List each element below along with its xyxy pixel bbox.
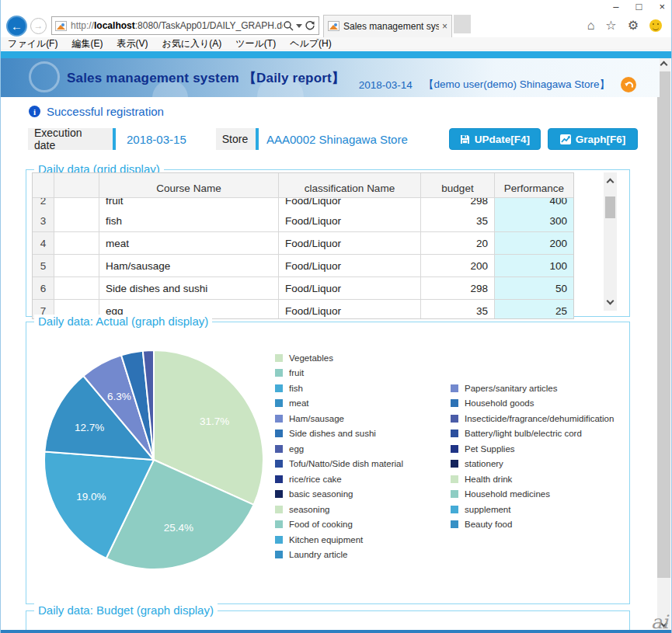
tab-favicon-icon: [328, 21, 339, 31]
table-row[interactable]: 5Ham/sausageFood/Liquor200100: [33, 255, 573, 277]
menu-tools[interactable]: ツール(T): [228, 37, 283, 50]
legend-swatch-icon: [275, 399, 283, 407]
minimize-button[interactable]: –: [613, 0, 618, 14]
legend-item: Side dishes and sushi: [275, 426, 403, 442]
menu-help[interactable]: ヘルプ(H): [283, 37, 339, 50]
legend-swatch-icon: [275, 430, 283, 437]
navigation-bar: ← → http://localhost:8080/TaskApp01/DAIL…: [1, 14, 671, 37]
feedback-smiley-icon[interactable]: [649, 19, 662, 32]
actual-pie-chart: 31.7%25.4%19.0%12.7%6.3%: [30, 343, 278, 592]
pie-legend-column-1: VegetablesfruitfishmeatHam/sausageSide d…: [275, 350, 403, 562]
store-value: AAA0002 Shinagawa Store: [266, 128, 408, 150]
info-icon: i: [29, 106, 40, 117]
decorative-ring: [29, 61, 60, 92]
tab-title: Sales management system -...: [343, 21, 439, 32]
legend-swatch-icon: [451, 399, 458, 407]
table-row[interactable]: 6Side dishes and sushiFood/Liquor29850: [33, 277, 573, 300]
legend-swatch-icon: [275, 506, 283, 513]
menu-favorites[interactable]: お気に入り(A): [155, 37, 228, 50]
legend-item: fruit: [275, 366, 403, 381]
refresh-icon[interactable]: [305, 20, 315, 31]
pie-slice-label: 6.3%: [107, 391, 131, 402]
table-row[interactable]: 3fishFood/Liquor35300: [33, 210, 573, 232]
pie-slice-label: 12.7%: [75, 422, 104, 433]
table-cell: 400: [495, 198, 573, 210]
legend-swatch-icon: [275, 475, 283, 483]
menu-edit[interactable]: 編集(E): [64, 37, 110, 50]
legend-label: Beauty food: [465, 520, 512, 529]
store-label: Store: [216, 128, 259, 150]
tab-close-icon[interactable]: ×: [442, 21, 447, 32]
table-cell: fruit: [99, 198, 279, 210]
execution-date-field[interactable]: 2018-03-15: [127, 128, 186, 150]
update-button[interactable]: UPdate[F4]: [449, 128, 541, 150]
table-cell: 2: [33, 198, 54, 210]
address-dropdown-icon[interactable]: [296, 24, 302, 28]
maximize-button[interactable]: □: [636, 0, 642, 14]
legend-label: Battery/light bulb/electric cord: [465, 429, 582, 438]
legend-label: Household goods: [465, 398, 534, 408]
menu-view[interactable]: 表示(V): [110, 37, 155, 50]
table-cell: 298: [421, 277, 495, 300]
settings-gear-icon[interactable]: ⚙: [628, 19, 639, 32]
grid-scroll-up-icon[interactable]: [604, 176, 617, 189]
legend-item: egg: [275, 441, 403, 457]
favorites-star-icon[interactable]: ☆: [605, 19, 616, 32]
browser-window: – □ × ← → http://localhost:8080/TaskApp0…: [0, 0, 672, 633]
legend-item: Papers/sanitary articles: [451, 381, 614, 396]
legend-swatch-icon: [275, 384, 283, 392]
legend-label: Food of cooking: [289, 520, 353, 529]
table-cell: [54, 210, 99, 232]
legend-label: Kitchen equipment: [289, 535, 363, 544]
browser-tab[interactable]: Sales management system -... ×: [323, 15, 452, 37]
grid-section: Daily data (grid display) Course Namecla…: [26, 169, 630, 317]
search-icon[interactable]: [283, 20, 294, 31]
table-cell: meat: [99, 232, 279, 255]
legend-swatch-icon: [275, 445, 283, 453]
grid-column-header: [33, 173, 54, 179]
app-header-banner: Sales management system 【Daily report】 2…: [1, 58, 660, 97]
grid-scrollbar-thumb[interactable]: [605, 197, 615, 218]
legend-item: supplement: [451, 502, 614, 517]
home-icon[interactable]: ⌂: [587, 19, 595, 32]
menu-file[interactable]: ファイル(F): [1, 37, 64, 50]
grid-column-header: classification Name: [279, 173, 421, 179]
logout-icon[interactable]: [621, 77, 636, 92]
table-row[interactable]: 2fruitFood/Liquor298400: [33, 198, 573, 210]
table-cell: Food/Liquor: [279, 232, 421, 255]
status-message-text: Successful registration: [47, 105, 164, 118]
table-cell: [54, 255, 99, 277]
table-cell: Side dishes and sushi: [99, 277, 279, 300]
legend-swatch-icon: [275, 354, 283, 362]
address-bar[interactable]: http://localhost:8080/TaskApp01/DAILY_GR…: [51, 16, 319, 35]
window-bottom-border: [1, 630, 671, 633]
grid-column-header: Course Name: [99, 179, 279, 198]
legend-label: Laundry article: [289, 550, 347, 559]
save-icon: [460, 134, 470, 144]
table-row[interactable]: 4meatFood/Liquor20200: [33, 232, 573, 255]
grid-scrollbar[interactable]: [604, 172, 617, 311]
forward-button[interactable]: →: [30, 18, 47, 34]
controls-row: Execution date 2018-03-15 Store AAA0002 …: [1, 128, 660, 150]
daily-data-grid: Course Nameclassification NamebudgetPerf…: [32, 172, 574, 319]
actual-graph-title: Daily data: Actual (graph display): [34, 315, 212, 328]
legend-swatch-icon: [275, 460, 283, 468]
budget-graph-title: Daily data: Budget (graph display): [34, 603, 218, 617]
legend-swatch-icon: [451, 445, 458, 453]
graph-button[interactable]: Graph[F6]: [548, 128, 638, 150]
back-button[interactable]: ←: [6, 16, 27, 37]
grid-column-header: [54, 179, 99, 198]
grid-scroll-down-icon[interactable]: [604, 294, 617, 308]
actual-graph-section: Daily data: Actual (graph display) 31.7%…: [26, 322, 630, 604]
new-tab-stub[interactable]: [454, 15, 471, 33]
legend-item: Beauty food: [451, 517, 614, 533]
legend-item: Vegetables: [275, 350, 403, 366]
legend-swatch-icon: [275, 520, 283, 528]
legend-label: fish: [289, 384, 303, 393]
close-button[interactable]: ×: [659, 0, 665, 14]
url-text[interactable]: http://localhost:8080/TaskApp01/DAILY_GR…: [71, 20, 283, 31]
grid-column-header: [54, 173, 99, 179]
legend-swatch-icon: [451, 506, 458, 513]
legend-swatch-icon: [451, 460, 458, 468]
execution-date-label: Execution date: [28, 128, 116, 150]
